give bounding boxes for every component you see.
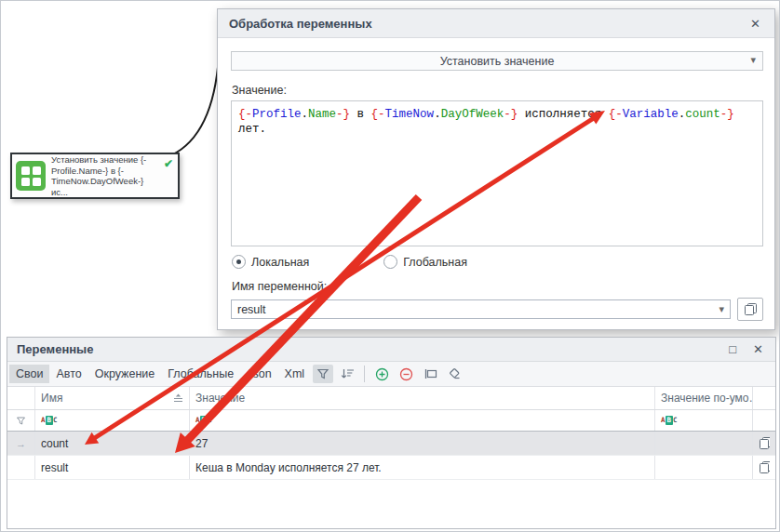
column-header-name[interactable]: Имя	[35, 387, 190, 409]
sort-icon	[341, 367, 355, 380]
remove-variable-icon	[399, 367, 413, 381]
variable-name-row: result ▾	[231, 298, 763, 321]
variable-name-value: result	[237, 303, 266, 316]
macro-token: исполняется	[518, 108, 609, 121]
radio-unselected-icon	[383, 255, 397, 269]
copy-pages-icon	[759, 460, 770, 474]
tab-json[interactable]: Json	[240, 365, 277, 383]
eraser-icon	[447, 367, 462, 380]
filter-icon	[16, 416, 26, 426]
current-row-arrow-icon: →	[16, 438, 26, 449]
variables-panel-titlebar: Переменные □ ✕	[7, 338, 775, 362]
variables-panel-title: Переменные	[17, 342, 715, 356]
value-label: Значение:	[232, 84, 763, 97]
tab-свои[interactable]: Свои	[9, 365, 49, 383]
variable-value-cell[interactable]: Кеша в Monday исполняется 27 лет.	[190, 456, 655, 479]
sort-button[interactable]	[337, 365, 357, 383]
macro-token: DayOfWeek	[441, 108, 504, 121]
action-dropdown-value: Установить значение	[440, 55, 555, 68]
filter-button[interactable]	[313, 365, 333, 383]
filter-gutter	[7, 410, 35, 431]
table-header-row: Имя Значение Значение по-умо…	[7, 387, 775, 410]
variable-name-combobox[interactable]: result ▾	[231, 299, 731, 319]
tab-глобальные[interactable]: Глобальные	[161, 365, 240, 383]
copy-button[interactable]	[737, 298, 763, 321]
variable-processing-dialog: Обработка переменных ✕ Установить значен…	[217, 8, 775, 330]
maximize-icon[interactable]: □	[726, 342, 739, 356]
radio-global[interactable]: Глобальная	[383, 255, 467, 269]
copy-pages-icon	[759, 436, 770, 450]
column-header-value[interactable]: Значение	[190, 387, 655, 409]
value-editor[interactable]: {-Profile.Name-} в {-TimeNow.DayOfWeek-}…	[231, 100, 763, 246]
text-filter-abc-icon: ABC	[195, 416, 212, 425]
remove-variable-button[interactable]	[396, 365, 416, 383]
radio-selected-icon	[232, 255, 246, 269]
variable-default-cell[interactable]	[655, 432, 753, 455]
filter-default-cell[interactable]: ABC	[655, 410, 753, 431]
frame-icon	[424, 367, 437, 380]
row-gutter	[7, 456, 35, 479]
table-row[interactable]: →count27	[7, 432, 775, 456]
text-filter-abc-icon: ABC	[41, 416, 58, 425]
add-variable-icon	[375, 367, 389, 381]
set-value-grid-icon	[16, 161, 46, 191]
add-variable-button[interactable]	[371, 365, 392, 383]
macro-token: -}	[720, 108, 734, 121]
radio-global-label: Глобальная	[403, 256, 467, 269]
table-row[interactable]: resultКеша в Monday исполняется 27 лет.	[7, 456, 775, 480]
variable-default-cell[interactable]	[655, 456, 753, 479]
screenshot-canvas: Установить значение {-Profile.Name-} в {…	[0, 0, 780, 532]
action-node[interactable]: Установить значение {-Profile.Name-} в {…	[10, 153, 180, 199]
variable-name-cell[interactable]: result	[35, 456, 190, 479]
dialog-body: Установить значение ▾ Значение: {-Profil…	[218, 38, 774, 321]
radio-local[interactable]: Локальная	[232, 255, 309, 269]
table-rows: →count27resultКеша в Monday исполняется …	[7, 432, 775, 480]
chevron-down-icon: ▾	[719, 303, 725, 315]
variable-name-label: Имя переменной:	[232, 280, 763, 293]
macro-token: {-	[609, 108, 623, 121]
macro-token: Profile	[252, 108, 302, 121]
copy-row-value-button[interactable]	[753, 456, 775, 479]
column-header-name-label: Имя	[41, 392, 62, 405]
macro-token: -}	[336, 108, 350, 121]
tab-окружение[interactable]: Окружение	[88, 365, 162, 383]
sort-ascending-icon	[173, 393, 183, 403]
dialog-title: Обработка переменных	[229, 17, 747, 31]
macro-token: {-	[371, 108, 385, 121]
action-dropdown[interactable]: Установить значение ▾	[231, 51, 763, 71]
filter-name-cell[interactable]: ABC	[35, 410, 190, 431]
macro-token: .	[302, 108, 309, 121]
text-filter-abc-icon: ABC	[661, 416, 678, 425]
column-header-default-label: Значение по-умо…	[661, 392, 753, 405]
filter-row: ABC ABC ABC	[7, 410, 775, 432]
variable-name-cell[interactable]: count	[35, 432, 190, 455]
copy-pages-icon	[744, 302, 758, 316]
macro-token: Name	[308, 108, 336, 121]
close-icon[interactable]: ✕	[750, 342, 766, 356]
tab-xml[interactable]: Xml	[278, 365, 312, 383]
macro-token: в	[350, 108, 371, 121]
scope-radio-group: Локальная Глобальная	[232, 255, 763, 269]
variables-tabs: СвоиАвтоОкружениеГлобальныеJsonXml	[9, 365, 311, 383]
radio-local-label: Локальная	[251, 256, 309, 269]
column-header-value-label: Значение	[195, 392, 245, 405]
variable-value-cell[interactable]: 27	[190, 432, 655, 455]
macro-token: .	[434, 108, 441, 121]
success-check-icon: ✔	[164, 157, 173, 170]
macro-token: {-	[238, 108, 252, 121]
column-header-default[interactable]: Значение по-умо…	[655, 387, 753, 409]
action-node-label: Установить значение {-Profile.Name-} в {…	[51, 154, 155, 197]
variables-toolbar: СвоиАвтоОкружениеГлобальныеJsonXml	[7, 362, 775, 387]
variables-table: Имя Значение Значение по-умо…	[7, 387, 775, 480]
header-gutter	[7, 387, 35, 409]
frame-button[interactable]	[420, 365, 440, 383]
macro-token: count	[685, 108, 720, 121]
erase-button[interactable]	[444, 365, 464, 383]
macro-token: -}	[504, 108, 518, 121]
filter-value-cell[interactable]: ABC	[190, 410, 655, 431]
macro-token: Variable	[623, 108, 679, 121]
close-icon[interactable]: ✕	[747, 17, 763, 31]
tab-авто[interactable]: Авто	[49, 365, 87, 383]
filter-copy-cell	[753, 410, 775, 431]
copy-row-value-button[interactable]	[753, 432, 775, 455]
